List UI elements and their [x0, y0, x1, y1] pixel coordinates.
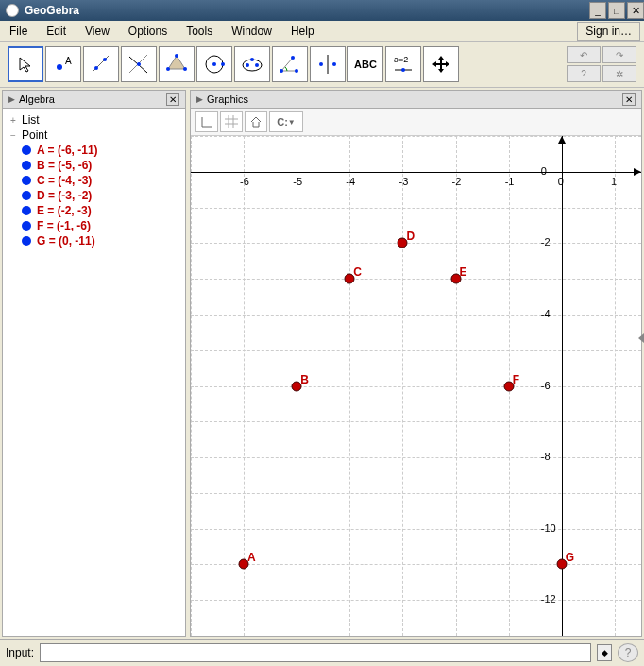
main-area: ▶ Algebra ✕ + List − Point A = (-6, -11)…: [0, 88, 644, 639]
plot-point-label: F: [513, 373, 519, 386]
point-definition: A = (-6, -11): [37, 144, 98, 157]
y-tick-label: 0: [541, 165, 547, 177]
tool-circle[interactable]: [196, 46, 232, 82]
algebra-point-C[interactable]: C = (-4, -3): [16, 173, 185, 188]
x-tick-label: 0: [558, 176, 564, 187]
algebra-point-A[interactable]: A = (-6, -11): [16, 143, 185, 158]
input-history-button[interactable]: ◆: [597, 644, 612, 661]
algebra-point-B[interactable]: B = (-5, -6): [16, 158, 185, 173]
svg-point-0: [57, 64, 62, 70]
tool-point[interactable]: A: [45, 46, 81, 82]
tool-perpendicular[interactable]: [121, 46, 157, 82]
point-definition: D = (-3, -2): [37, 189, 92, 202]
tool-slider[interactable]: a=2: [385, 46, 421, 82]
svg-point-27: [401, 68, 405, 72]
algebra-panel-header[interactable]: ▶ Algebra ✕: [3, 91, 185, 109]
y-tick-label: -6: [541, 380, 551, 391]
side-expand-icon[interactable]: [638, 333, 644, 343]
input-field[interactable]: [40, 643, 591, 662]
graphics-panel-header[interactable]: ▶ Graphics ✕: [191, 91, 641, 109]
svg-point-19: [280, 69, 283, 73]
ellipse-icon: [240, 52, 264, 77]
menu-tools[interactable]: Tools: [177, 22, 222, 41]
svg-point-13: [212, 62, 216, 66]
point-visibility-icon[interactable]: [22, 206, 31, 215]
x-tick-label: -5: [293, 176, 302, 187]
help-small-button[interactable]: ?: [567, 65, 601, 82]
undo-button[interactable]: ↶: [567, 46, 601, 63]
graphics-grid-button[interactable]: [220, 111, 243, 132]
svg-text:A: A: [65, 56, 72, 66]
point-visibility-icon[interactable]: [22, 236, 31, 246]
point-icon: A: [53, 54, 74, 75]
tool-move-view[interactable]: [423, 46, 459, 82]
svg-point-14: [221, 62, 225, 66]
plot-point-label: B: [300, 373, 309, 386]
menu-file[interactable]: File: [0, 22, 37, 41]
svg-point-16: [246, 63, 249, 67]
graphics-axes-button[interactable]: [195, 111, 218, 132]
algebra-point-E[interactable]: E = (-2, -3): [16, 203, 185, 218]
window-maximize-button[interactable]: □: [608, 2, 625, 19]
svg-point-23: [319, 62, 323, 66]
tool-text[interactable]: ABC: [347, 46, 383, 82]
redo-button[interactable]: ↷: [602, 46, 636, 63]
graphics-panel-close-button[interactable]: ✕: [622, 93, 636, 106]
sign-in-button[interactable]: Sign in…: [577, 22, 640, 41]
menu-edit[interactable]: Edit: [37, 22, 76, 41]
tool-angle[interactable]: [272, 46, 308, 82]
svg-point-24: [332, 62, 336, 66]
tool-polygon[interactable]: [159, 46, 195, 82]
graphics-home-button[interactable]: [245, 111, 267, 132]
point-visibility-icon[interactable]: [22, 191, 31, 200]
svg-text:a=2: a=2: [394, 55, 408, 64]
svg-point-7: [137, 62, 141, 66]
point-definition: C = (-4, -3): [37, 174, 92, 187]
perp-icon: [127, 52, 151, 77]
menu-options[interactable]: Options: [119, 22, 177, 41]
cursor-icon: [17, 56, 34, 73]
graphics-canvas[interactable]: -6-5-4-3-2-1010-2-4-6-8-10-12ABCDEFG: [191, 136, 641, 636]
tree-category-point[interactable]: − Point: [3, 128, 185, 143]
graphics-panel: ▶ Graphics ✕ C:▼ -6-5-4-3-2-1010-2-4-6-8…: [190, 90, 642, 637]
tool-move[interactable]: [8, 46, 43, 82]
point-visibility-icon[interactable]: [22, 176, 31, 185]
menu-help[interactable]: Help: [281, 22, 324, 41]
panel-expand-icon: ▶: [8, 94, 15, 104]
point-visibility-icon[interactable]: [22, 145, 31, 155]
title-bar: GeoGebra _ □ ✕: [0, 0, 644, 21]
window-minimize-button[interactable]: _: [589, 2, 606, 19]
algebra-panel-close-button[interactable]: ✕: [166, 93, 179, 106]
point-visibility-icon[interactable]: [22, 221, 31, 231]
tool-line[interactable]: [83, 46, 119, 82]
algebra-point-D[interactable]: D = (-3, -2): [16, 188, 185, 203]
plot-point-label: D: [406, 230, 415, 243]
graphics-snap-button[interactable]: C:▼: [269, 111, 303, 132]
menu-window[interactable]: Window: [222, 22, 281, 41]
x-tick-label: -3: [398, 176, 408, 187]
svg-point-3: [94, 66, 98, 70]
window-close-button[interactable]: ✕: [627, 2, 644, 19]
input-help-button[interactable]: ?: [618, 643, 638, 662]
tool-ellipse[interactable]: [234, 46, 270, 82]
point-definition: F = (-1, -6): [37, 219, 91, 232]
circle-icon: [202, 52, 227, 77]
menu-view[interactable]: View: [76, 22, 119, 41]
y-tick-label: -12: [541, 593, 556, 605]
x-tick-label: 1: [611, 176, 617, 187]
polygon-icon: [164, 52, 189, 77]
move-view-icon: [431, 54, 451, 75]
toolbar: A ABC a=2 ↶ ↷ ? ✲: [0, 42, 644, 88]
algebra-point-F[interactable]: F = (-1, -6): [16, 218, 185, 233]
slider-icon: a=2: [390, 52, 416, 77]
algebra-point-G[interactable]: G = (0, -11): [16, 233, 185, 248]
svg-point-17: [255, 63, 259, 67]
point-visibility-icon[interactable]: [22, 161, 31, 170]
tree-category-list[interactable]: + List: [3, 112, 185, 128]
graphics-panel-title: Graphics: [207, 94, 248, 105]
settings-small-button[interactable]: ✲: [602, 65, 636, 82]
graphics-toolbar: C:▼: [191, 109, 641, 136]
tool-reflect[interactable]: [310, 46, 346, 82]
svg-point-4: [103, 58, 107, 61]
point-definition: E = (-2, -3): [37, 204, 92, 217]
